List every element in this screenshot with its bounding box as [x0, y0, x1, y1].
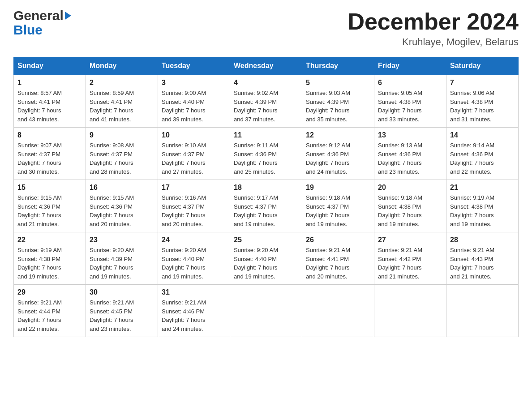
weekday-header-wednesday: Wednesday	[230, 57, 302, 75]
calendar-cell: 23Sunrise: 9:20 AM Sunset: 4:39 PM Dayli…	[86, 232, 158, 285]
calendar-cell: 21Sunrise: 9:19 AM Sunset: 4:38 PM Dayli…	[446, 180, 519, 232]
day-info: Sunrise: 9:03 AM Sunset: 4:39 PM Dayligh…	[306, 89, 370, 124]
calendar-week-row: 1Sunrise: 8:57 AM Sunset: 4:41 PM Daylig…	[14, 75, 519, 128]
day-number: 2	[90, 79, 154, 87]
day-number: 31	[162, 288, 226, 296]
calendar-cell: 4Sunrise: 9:02 AM Sunset: 4:39 PM Daylig…	[230, 75, 302, 128]
day-info: Sunrise: 9:10 AM Sunset: 4:37 PM Dayligh…	[162, 141, 226, 176]
day-number: 18	[234, 184, 298, 192]
calendar-cell: 6Sunrise: 9:05 AM Sunset: 4:38 PM Daylig…	[374, 75, 446, 128]
day-info: Sunrise: 9:18 AM Sunset: 4:37 PM Dayligh…	[306, 193, 370, 228]
day-number: 13	[378, 131, 442, 139]
calendar-cell: 10Sunrise: 9:10 AM Sunset: 4:37 PM Dayli…	[158, 128, 230, 180]
calendar-cell	[230, 285, 302, 337]
weekday-header-row: SundayMondayTuesdayWednesdayThursdayFrid…	[14, 57, 519, 75]
day-info: Sunrise: 8:57 AM Sunset: 4:41 PM Dayligh…	[17, 89, 82, 124]
day-info: Sunrise: 9:15 AM Sunset: 4:36 PM Dayligh…	[17, 193, 82, 228]
weekday-header-friday: Friday	[374, 57, 446, 75]
day-info: Sunrise: 9:06 AM Sunset: 4:38 PM Dayligh…	[450, 89, 515, 124]
weekday-header-tuesday: Tuesday	[158, 57, 230, 75]
day-info: Sunrise: 9:14 AM Sunset: 4:36 PM Dayligh…	[450, 141, 515, 176]
day-info: Sunrise: 8:59 AM Sunset: 4:41 PM Dayligh…	[90, 89, 154, 124]
calendar-cell: 7Sunrise: 9:06 AM Sunset: 4:38 PM Daylig…	[446, 75, 519, 128]
day-info: Sunrise: 9:21 AM Sunset: 4:45 PM Dayligh…	[90, 298, 154, 333]
calendar-cell: 20Sunrise: 9:18 AM Sunset: 4:38 PM Dayli…	[374, 180, 446, 232]
day-number: 27	[378, 236, 442, 244]
day-number: 11	[234, 131, 298, 139]
day-info: Sunrise: 9:19 AM Sunset: 4:38 PM Dayligh…	[450, 193, 515, 228]
day-number: 6	[378, 79, 442, 87]
calendar-week-row: 22Sunrise: 9:19 AM Sunset: 4:38 PM Dayli…	[14, 232, 519, 285]
day-number: 4	[234, 79, 298, 87]
day-info: Sunrise: 9:08 AM Sunset: 4:37 PM Dayligh…	[90, 141, 154, 176]
day-info: Sunrise: 9:05 AM Sunset: 4:38 PM Dayligh…	[378, 89, 442, 124]
weekday-header-saturday: Saturday	[446, 57, 519, 75]
day-info: Sunrise: 9:17 AM Sunset: 4:37 PM Dayligh…	[234, 193, 298, 228]
day-number: 25	[234, 236, 298, 244]
logo-text-general: General	[13, 9, 64, 22]
calendar-week-row: 15Sunrise: 9:15 AM Sunset: 4:36 PM Dayli…	[14, 180, 519, 232]
day-number: 29	[17, 288, 82, 296]
day-info: Sunrise: 9:21 AM Sunset: 4:46 PM Dayligh…	[162, 298, 226, 333]
day-number: 3	[162, 79, 226, 87]
calendar-title: December 2024	[348, 9, 519, 34]
day-number: 24	[162, 236, 226, 244]
day-number: 12	[306, 131, 370, 139]
calendar-cell: 5Sunrise: 9:03 AM Sunset: 4:39 PM Daylig…	[302, 75, 374, 128]
day-number: 30	[90, 288, 154, 296]
page-header: General Blue December 2024 Kruhlaye, Mog…	[13, 9, 519, 48]
calendar-cell: 29Sunrise: 9:21 AM Sunset: 4:44 PM Dayli…	[14, 285, 86, 337]
calendar-cell: 31Sunrise: 9:21 AM Sunset: 4:46 PM Dayli…	[158, 285, 230, 337]
calendar-cell	[446, 285, 519, 337]
calendar-cell	[374, 285, 446, 337]
calendar-cell: 25Sunrise: 9:20 AM Sunset: 4:40 PM Dayli…	[230, 232, 302, 285]
day-info: Sunrise: 9:11 AM Sunset: 4:36 PM Dayligh…	[234, 141, 298, 176]
day-info: Sunrise: 9:07 AM Sunset: 4:37 PM Dayligh…	[17, 141, 82, 176]
day-info: Sunrise: 9:16 AM Sunset: 4:37 PM Dayligh…	[162, 193, 226, 228]
title-section: December 2024 Kruhlaye, Mogilev, Belarus	[348, 9, 519, 48]
day-number: 9	[90, 131, 154, 139]
calendar-cell: 26Sunrise: 9:21 AM Sunset: 4:41 PM Dayli…	[302, 232, 374, 285]
calendar-cell: 18Sunrise: 9:17 AM Sunset: 4:37 PM Dayli…	[230, 180, 302, 232]
day-number: 26	[306, 236, 370, 244]
calendar-cell: 24Sunrise: 9:20 AM Sunset: 4:40 PM Dayli…	[158, 232, 230, 285]
logo-arrow-icon	[65, 12, 71, 20]
day-number: 21	[450, 184, 515, 192]
day-info: Sunrise: 9:15 AM Sunset: 4:36 PM Dayligh…	[90, 193, 154, 228]
day-number: 10	[162, 131, 226, 139]
day-info: Sunrise: 9:12 AM Sunset: 4:36 PM Dayligh…	[306, 141, 370, 176]
calendar-cell: 22Sunrise: 9:19 AM Sunset: 4:38 PM Dayli…	[14, 232, 86, 285]
day-info: Sunrise: 9:21 AM Sunset: 4:43 PM Dayligh…	[450, 246, 515, 281]
calendar-cell: 30Sunrise: 9:21 AM Sunset: 4:45 PM Dayli…	[86, 285, 158, 337]
day-info: Sunrise: 9:20 AM Sunset: 4:40 PM Dayligh…	[234, 246, 298, 281]
calendar-cell: 8Sunrise: 9:07 AM Sunset: 4:37 PM Daylig…	[14, 128, 86, 180]
weekday-header-sunday: Sunday	[14, 57, 86, 75]
day-info: Sunrise: 9:21 AM Sunset: 4:41 PM Dayligh…	[306, 246, 370, 281]
day-number: 22	[17, 236, 82, 244]
day-info: Sunrise: 9:00 AM Sunset: 4:40 PM Dayligh…	[162, 89, 226, 124]
day-number: 7	[450, 79, 515, 87]
calendar-cell: 27Sunrise: 9:21 AM Sunset: 4:42 PM Dayli…	[374, 232, 446, 285]
day-number: 5	[306, 79, 370, 87]
day-info: Sunrise: 9:20 AM Sunset: 4:39 PM Dayligh…	[90, 246, 154, 281]
day-number: 17	[162, 184, 226, 192]
calendar-cell: 3Sunrise: 9:00 AM Sunset: 4:40 PM Daylig…	[158, 75, 230, 128]
calendar-week-row: 8Sunrise: 9:07 AM Sunset: 4:37 PM Daylig…	[14, 128, 519, 180]
calendar-cell: 11Sunrise: 9:11 AM Sunset: 4:36 PM Dayli…	[230, 128, 302, 180]
day-number: 15	[17, 184, 82, 192]
calendar-cell: 17Sunrise: 9:16 AM Sunset: 4:37 PM Dayli…	[158, 180, 230, 232]
day-number: 28	[450, 236, 515, 244]
calendar-week-row: 29Sunrise: 9:21 AM Sunset: 4:44 PM Dayli…	[14, 285, 519, 337]
day-info: Sunrise: 9:19 AM Sunset: 4:38 PM Dayligh…	[17, 246, 82, 281]
calendar-cell: 9Sunrise: 9:08 AM Sunset: 4:37 PM Daylig…	[86, 128, 158, 180]
calendar-cell: 16Sunrise: 9:15 AM Sunset: 4:36 PM Dayli…	[86, 180, 158, 232]
weekday-header-monday: Monday	[86, 57, 158, 75]
logo: General Blue	[13, 9, 71, 37]
calendar-cell: 12Sunrise: 9:12 AM Sunset: 4:36 PM Dayli…	[302, 128, 374, 180]
day-number: 19	[306, 184, 370, 192]
day-info: Sunrise: 9:02 AM Sunset: 4:39 PM Dayligh…	[234, 89, 298, 124]
calendar-cell: 1Sunrise: 8:57 AM Sunset: 4:41 PM Daylig…	[14, 75, 86, 128]
calendar-cell: 13Sunrise: 9:13 AM Sunset: 4:36 PM Dayli…	[374, 128, 446, 180]
day-number: 20	[378, 184, 442, 192]
day-info: Sunrise: 9:13 AM Sunset: 4:36 PM Dayligh…	[378, 141, 442, 176]
